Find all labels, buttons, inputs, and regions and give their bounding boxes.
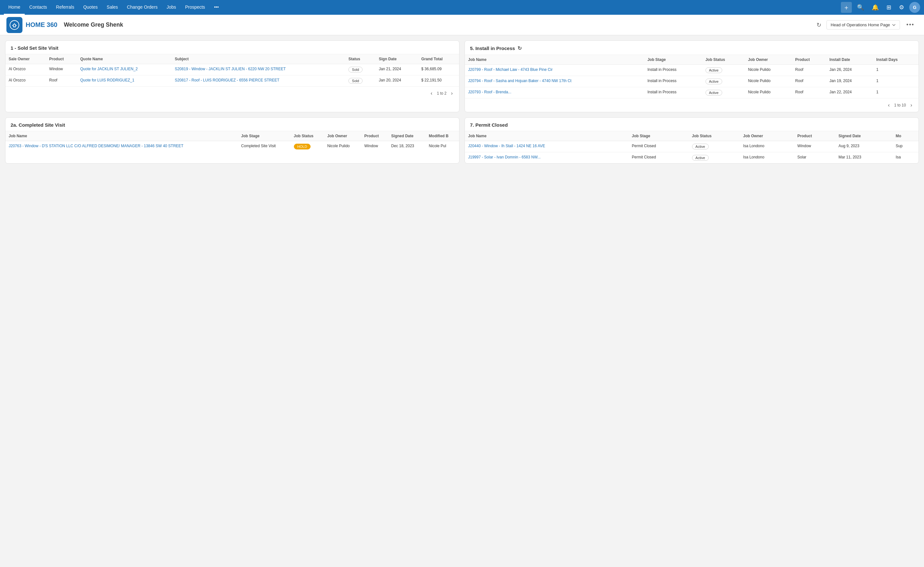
add-button[interactable]: ＋ [841, 2, 852, 13]
quote-name-cell[interactable]: Quote for JACKLIN ST JULIEN_2 [77, 64, 172, 75]
job-name-cell[interactable]: J20799 - Roof - Michael Law - 4743 Blue … [465, 65, 644, 76]
job-status-cell: Active [702, 76, 745, 87]
col-sale-owner: Sale Owner [6, 54, 46, 64]
install-date-cell: Jan 22, 2024 [826, 87, 873, 99]
modified-cell: Isa [892, 152, 918, 164]
nav-more[interactable]: ••• [209, 0, 223, 15]
job-name-cell[interactable]: J20763 - Window - D'S STATION LLC C/O AL… [6, 141, 238, 152]
col-grand-total: Grand Total [418, 54, 459, 64]
table-header-row: Job Name Job Stage Job Status Job Owner … [6, 131, 459, 141]
install-days-cell: 1 [873, 87, 918, 99]
subject-cell[interactable]: S20819 - Window - JACKLIN ST JULIEN - 62… [172, 64, 345, 75]
job-status-cell: Active [702, 87, 745, 99]
completed-site-visit-title: 2a. Completed Site Visit [11, 122, 65, 128]
nav-change-orders[interactable]: Change Orders [123, 0, 162, 15]
notifications-button[interactable]: 🔔 [869, 3, 881, 12]
pagination-text: 1 to 2 [437, 91, 446, 96]
nav-prospects[interactable]: Prospects [180, 0, 209, 15]
completed-site-visit-rows: J20763 - Window - D'S STATION LLC C/O AL… [6, 141, 459, 152]
layout-button[interactable]: ⊞ [884, 3, 894, 12]
col-job-owner: Job Owner [740, 131, 794, 141]
job-status-cell: Active [702, 65, 745, 76]
install-in-process-pagination: ‹ 1 to 10 › [465, 98, 918, 112]
job-owner-cell: Nicole Pulido [745, 76, 792, 87]
permit-closed-table: Job Name Job Stage Job Status Job Owner … [465, 131, 918, 163]
table-header-row: Job Name Job Stage Job Status Job Owner … [465, 131, 918, 141]
subject-cell[interactable]: S20817 - Roof - LUIS RODRIGUEZ - 6556 PI… [172, 75, 345, 87]
product-cell: Window [46, 64, 77, 75]
job-name-cell[interactable]: J20794 - Roof - Sasha and Hojuan Baker -… [465, 76, 644, 87]
nav-quotes[interactable]: Quotes [79, 0, 102, 15]
settings-button[interactable]: ⚙ [896, 3, 907, 12]
completed-site-visit-table: Job Name Job Stage Job Status Job Owner … [6, 131, 459, 152]
table-row: J20794 - Roof - Sasha and Hojuan Baker -… [465, 76, 918, 87]
product-cell: Window [361, 141, 388, 152]
job-owner-cell: Isa Londono [740, 141, 794, 152]
header-actions: ↻ Head of Operations Home Page ••• [814, 20, 918, 30]
pagination-text: 1 to 10 [894, 103, 906, 107]
job-owner-cell: Isa Londono [740, 152, 794, 164]
signed-date-cell: Aug 9, 2023 [835, 141, 892, 152]
install-in-process-rows: J20799 - Roof - Michael Law - 4743 Blue … [465, 65, 918, 99]
nav-contacts[interactable]: Contacts [25, 0, 51, 15]
col-job-status: Job Status [702, 55, 745, 65]
quote-name-cell[interactable]: Quote for LUIS RODRIGUEZ_1 [77, 75, 172, 87]
col-modified: Mo [892, 131, 918, 141]
table-row: J20799 - Roof - Michael Law - 4743 Blue … [465, 65, 918, 76]
install-in-process-table: Job Name Job Stage Job Status Job Owner … [465, 55, 918, 98]
prev-page-button[interactable]: ‹ [886, 102, 892, 109]
col-job-owner: Job Owner [745, 55, 792, 65]
col-product: Product [794, 131, 835, 141]
permit-closed-title: 7. Permit Closed [470, 122, 508, 128]
col-sign-date: Sign Date [376, 54, 418, 64]
sold-set-site-visit-table: Sale Owner Product Quote Name Subject St… [6, 54, 459, 86]
col-job-status: Job Status [291, 131, 324, 141]
product-cell: Roof [792, 87, 826, 99]
job-name-cell[interactable]: J19997 - Solar - Ivan Domnin - 6583 NW..… [465, 152, 628, 164]
job-name-cell[interactable]: J20440 - Window - Ih Stall - 1424 NE 16 … [465, 141, 628, 152]
nav-home[interactable]: Home [4, 0, 25, 15]
page-selector[interactable]: Head of Operations Home Page [826, 20, 900, 30]
header-more-button[interactable]: ••• [903, 20, 918, 30]
header-bar: HOME 360 Welcome Greg Shenk ↻ Head of Op… [0, 15, 924, 35]
refresh-button[interactable]: ↻ [814, 20, 823, 30]
next-page-button[interactable]: › [449, 90, 455, 97]
job-stage-cell: Permit Closed [628, 152, 688, 164]
job-owner-cell: Nicole Pulido [745, 65, 792, 76]
search-button[interactable]: 🔍 [854, 3, 867, 12]
nav-referrals[interactable]: Referrals [52, 0, 79, 15]
prev-page-button[interactable]: ‹ [429, 90, 434, 97]
table-row: J19997 - Solar - Ivan Domnin - 6583 NW..… [465, 152, 918, 164]
install-in-process-body: Job Name Job Stage Job Status Job Owner … [465, 55, 918, 98]
job-stage-cell: Install in Process [644, 87, 702, 99]
install-refresh-icon[interactable]: ↻ [517, 45, 522, 51]
signed-date-cell: Dec 18, 2023 [388, 141, 425, 152]
nav-jobs[interactable]: Jobs [162, 0, 180, 15]
table-row: Al Orozco Window Quote for JACKLIN ST JU… [6, 64, 459, 75]
sold-set-site-visit-pagination: ‹ 1 to 2 › [6, 86, 459, 100]
install-in-process-card: 5. Install in Process ↻ Job Name Job Sta… [464, 40, 919, 112]
next-page-button[interactable]: › [909, 102, 914, 109]
modified-cell: Sup [892, 141, 918, 152]
nav-right-actions: ＋ 🔍 🔔 ⊞ ⚙ G [841, 2, 920, 13]
col-job-owner: Job Owner [324, 131, 361, 141]
grand-total-cell: $ 36,685.09 [418, 64, 459, 75]
col-install-date: Install Date [826, 55, 873, 65]
job-stage-cell: Permit Closed [628, 141, 688, 152]
nav-sales[interactable]: Sales [102, 0, 123, 15]
install-days-cell: 1 [873, 65, 918, 76]
permit-closed-table-wrap: Job Name Job Stage Job Status Job Owner … [465, 131, 918, 163]
main-content: 1 - Sold Set Site Visit Sale Owner Produ… [0, 35, 924, 169]
install-in-process-table-wrap: Job Name Job Stage Job Status Job Owner … [465, 55, 918, 98]
logo-area: HOME 360 [6, 17, 57, 33]
col-quote-name: Quote Name [77, 54, 172, 64]
col-job-name: Job Name [465, 55, 644, 65]
avatar[interactable]: G [909, 2, 920, 13]
logo-text: HOME 360 [26, 21, 57, 28]
product-cell: Roof [46, 75, 77, 87]
install-days-cell: 1 [873, 76, 918, 87]
job-name-cell[interactable]: J20793 - Roof - Brenda... [465, 87, 644, 99]
job-status-cell: Active [689, 141, 740, 152]
sign-date-cell: Jan 21, 2024 [376, 64, 418, 75]
col-install-days: Install Days [873, 55, 918, 65]
